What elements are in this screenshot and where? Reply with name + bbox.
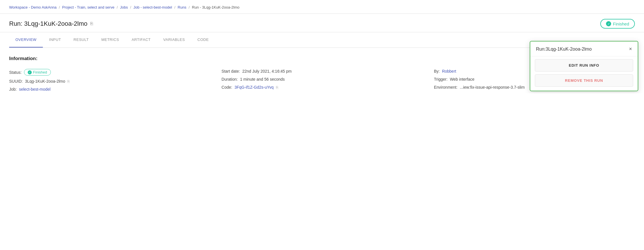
check-circle-icon: ✓ (606, 21, 611, 26)
breadcrumb-runs[interactable]: Runs (178, 5, 186, 9)
breadcrumb-job[interactable]: Job - select-best-model (133, 5, 172, 9)
breadcrumb-current: Run - 3Lqg-1KuK-2ooa-2lmo (192, 5, 239, 9)
suuid-label: SUUID: (9, 79, 23, 84)
copy-run-id-icon[interactable]: ⎘ (90, 21, 93, 26)
info-col-2: Start date: 22nd July 2021, 4:16:45 pm D… (221, 67, 422, 93)
copy-suuid-icon[interactable]: ⎘ (67, 79, 70, 84)
suuid-value: 3Lqg-1KuK-2ooa-2lmo (25, 79, 65, 84)
by-label: By: (434, 69, 440, 74)
breadcrumb-workspace[interactable]: Workspace - Demo AskAnna (9, 5, 57, 9)
tab-input[interactable]: INPUT (43, 32, 67, 47)
info-col-1: Status: ✓ Finished SUUID: 3Lqg-1KuK-2ooa… (9, 67, 210, 93)
page-title-text: Run: 3Lqg-1KuK-2ooa-2lmo (9, 20, 87, 27)
tab-result[interactable]: RESULT (67, 32, 95, 47)
suuid-row: SUUID: 3Lqg-1KuK-2ooa-2lmo ⎘ (9, 77, 210, 85)
job-label: Job: (9, 87, 17, 92)
breadcrumb-jobs[interactable]: Jobs (120, 5, 128, 9)
copy-code-icon[interactable]: ⎘ (276, 85, 278, 90)
status-pill: ✓ Finished (24, 69, 51, 76)
dropdown-header: Run:3Lqg-1KuK-2ooa-2lmo × (530, 41, 638, 56)
content-area: OVERVIEW INPUT RESULT METRICS ARTIFACT V… (0, 32, 644, 93)
environment-label: Environment: (434, 85, 457, 90)
header-status-badge: ✓ Finished (600, 19, 635, 29)
code-label: Code: (221, 85, 232, 90)
start-date-value: 22nd July 2021, 4:16:45 pm (242, 69, 292, 74)
trigger-value: Web interface (450, 77, 474, 82)
run-options-dropdown: Run:3Lqg-1KuK-2ooa-2lmo × EDIT RUN INFO … (530, 41, 638, 91)
header-status-label: Finished (613, 21, 629, 26)
status-value: Finished (33, 70, 47, 74)
duration-row: Duration: 1 minute and 56 seconds (221, 75, 422, 83)
tab-metrics[interactable]: METRICS (95, 32, 125, 47)
edit-run-info-button[interactable]: EDIT RUN INFO (535, 59, 633, 72)
status-row: Status: ✓ Finished (9, 67, 210, 77)
remove-run-button[interactable]: REMOVE THIS RUN (535, 74, 633, 87)
breadcrumb-sep-3: / (130, 5, 131, 9)
breadcrumb: Workspace - Demo AskAnna / Project - Tra… (0, 0, 644, 14)
tab-variables[interactable]: VARIABLES (157, 32, 191, 47)
page-header: Run: 3Lqg-1KuK-2ooa-2lmo ⎘ ✓ Finished (0, 14, 644, 32)
status-dot-icon: ✓ (28, 70, 32, 74)
page-title: Run: 3Lqg-1KuK-2ooa-2lmo ⎘ (9, 20, 93, 27)
job-row: Job: select-best-model (9, 85, 210, 93)
breadcrumb-sep-2: / (117, 5, 118, 9)
close-dropdown-icon[interactable]: × (629, 46, 632, 52)
job-value[interactable]: select-best-model (19, 87, 51, 92)
breadcrumb-sep-1: / (59, 5, 60, 9)
breadcrumb-sep-4: / (174, 5, 175, 9)
status-label: Status: (9, 70, 22, 75)
tab-code[interactable]: CODE (191, 32, 215, 47)
dropdown-title: Run:3Lqg-1KuK-2ooa-2lmo (536, 47, 592, 52)
duration-value: 1 minute and 56 seconds (240, 77, 285, 82)
trigger-label: Trigger: (434, 77, 448, 82)
by-value[interactable]: Robbert (442, 69, 456, 74)
tab-artifact[interactable]: ARTIFACT (125, 32, 157, 47)
environment-value: ...iew:fix-issue-api-response-3.7-slim (460, 85, 525, 90)
code-value[interactable]: 3FqG-if1Z-Gd2s-uYvq (235, 85, 274, 90)
code-row: Code: 3FqG-if1Z-Gd2s-uYvq ⎘ (221, 83, 422, 91)
tab-overview[interactable]: OVERVIEW (9, 32, 43, 47)
start-date-row: Start date: 22nd July 2021, 4:16:45 pm (221, 67, 422, 75)
start-date-label: Start date: (221, 69, 240, 74)
duration-label: Duration: (221, 77, 238, 82)
breadcrumb-project[interactable]: Project - Train, select and serve (62, 5, 115, 9)
breadcrumb-sep-5: / (189, 5, 190, 9)
